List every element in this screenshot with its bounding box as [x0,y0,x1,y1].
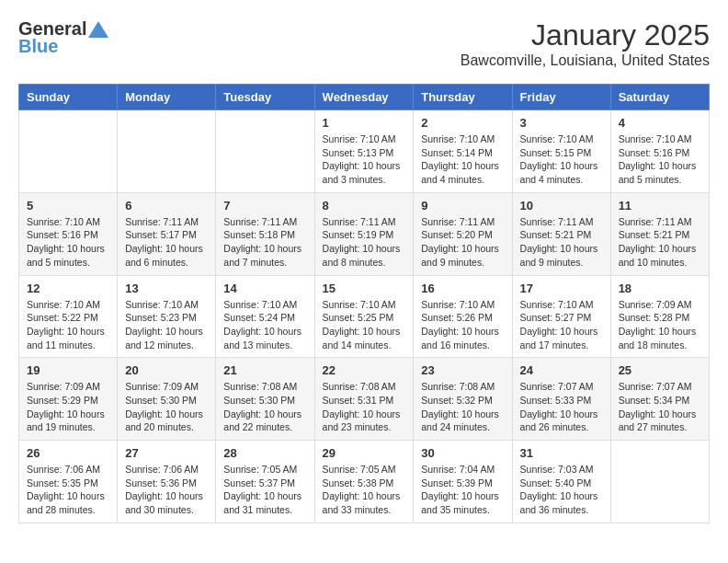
day-number: 28 [223,446,306,460]
day-info: Sunrise: 7:05 AM Sunset: 5:37 PM Dayligh… [223,463,306,517]
day-number: 4 [619,116,701,130]
calendar-week-row: 19Sunrise: 7:09 AM Sunset: 5:29 PM Dayli… [19,358,710,441]
calendar-day-cell: 23Sunrise: 7:08 AM Sunset: 5:32 PM Dayli… [414,358,512,441]
calendar-day-cell: 22Sunrise: 7:08 AM Sunset: 5:31 PM Dayli… [314,358,414,441]
calendar-day-cell: 16Sunrise: 7:10 AM Sunset: 5:26 PM Dayli… [414,275,512,358]
calendar-day-cell: 15Sunrise: 7:10 AM Sunset: 5:25 PM Dayli… [314,275,414,358]
day-info: Sunrise: 7:11 AM Sunset: 5:21 PM Dayligh… [520,215,603,270]
calendar-empty-cell [610,441,709,523]
calendar-day-cell: 24Sunrise: 7:07 AM Sunset: 5:33 PM Dayli… [512,358,610,441]
day-number: 29 [323,446,406,460]
day-info: Sunrise: 7:06 AM Sunset: 5:36 PM Dayligh… [125,463,208,517]
logo: General Blue [18,18,108,57]
day-info: Sunrise: 7:06 AM Sunset: 5:35 PM Dayligh… [27,463,109,517]
calendar-day-cell: 3Sunrise: 7:10 AM Sunset: 5:15 PM Daylig… [512,110,610,193]
day-number: 27 [125,446,208,460]
day-info: Sunrise: 7:10 AM Sunset: 5:14 PM Dayligh… [421,132,504,187]
day-number: 2 [421,116,504,130]
calendar-week-row: 5Sunrise: 7:10 AM Sunset: 5:16 PM Daylig… [19,192,710,275]
calendar-day-cell: 27Sunrise: 7:06 AM Sunset: 5:36 PM Dayli… [118,441,216,523]
day-number: 10 [520,199,603,213]
calendar-day-cell: 19Sunrise: 7:09 AM Sunset: 5:29 PM Dayli… [19,358,118,441]
weekday-header-tuesday: Tuesday [216,85,314,110]
day-number: 25 [619,363,701,377]
day-number: 20 [125,363,208,377]
day-number: 13 [125,282,208,295]
day-info: Sunrise: 7:08 AM Sunset: 5:32 PM Dayligh… [421,380,504,434]
calendar-empty-cell [19,110,118,193]
calendar-day-cell: 31Sunrise: 7:03 AM Sunset: 5:40 PM Dayli… [512,441,610,523]
weekday-header-saturday: Saturday [610,85,709,110]
day-info: Sunrise: 7:10 AM Sunset: 5:25 PM Dayligh… [323,298,406,352]
day-number: 8 [323,199,406,213]
calendar-day-cell: 13Sunrise: 7:10 AM Sunset: 5:23 PM Dayli… [118,275,216,358]
day-info: Sunrise: 7:11 AM Sunset: 5:18 PM Dayligh… [223,215,306,270]
day-number: 9 [421,199,504,213]
day-number: 22 [323,363,406,377]
day-info: Sunrise: 7:11 AM Sunset: 5:20 PM Dayligh… [421,215,504,270]
day-info: Sunrise: 7:10 AM Sunset: 5:15 PM Dayligh… [520,132,603,187]
weekday-header-monday: Monday [118,85,216,110]
day-info: Sunrise: 7:03 AM Sunset: 5:40 PM Dayligh… [520,463,603,517]
logo-bird-icon [88,21,108,38]
calendar-day-cell: 7Sunrise: 7:11 AM Sunset: 5:18 PM Daylig… [216,192,314,275]
day-info: Sunrise: 7:10 AM Sunset: 5:27 PM Dayligh… [520,298,603,352]
day-number: 12 [27,282,109,295]
day-number: 7 [223,199,306,213]
day-number: 6 [125,199,208,213]
day-number: 17 [520,282,603,295]
weekday-header-friday: Friday [512,85,610,110]
day-info: Sunrise: 7:10 AM Sunset: 5:13 PM Dayligh… [323,132,406,187]
day-info: Sunrise: 7:05 AM Sunset: 5:38 PM Dayligh… [323,463,406,517]
day-info: Sunrise: 7:11 AM Sunset: 5:21 PM Dayligh… [619,215,701,270]
calendar-day-cell: 5Sunrise: 7:10 AM Sunset: 5:16 PM Daylig… [19,192,118,275]
calendar-day-cell: 28Sunrise: 7:05 AM Sunset: 5:37 PM Dayli… [216,441,314,523]
calendar-empty-cell [118,110,216,193]
day-info: Sunrise: 7:11 AM Sunset: 5:19 PM Dayligh… [323,215,406,270]
calendar-day-cell: 6Sunrise: 7:11 AM Sunset: 5:17 PM Daylig… [118,192,216,275]
calendar-day-cell: 8Sunrise: 7:11 AM Sunset: 5:19 PM Daylig… [314,192,414,275]
weekday-header-wednesday: Wednesday [314,85,414,110]
day-number: 26 [27,446,109,460]
day-info: Sunrise: 7:09 AM Sunset: 5:28 PM Dayligh… [619,298,701,352]
title-block: January 2025 Bawcomville, Louisiana, Uni… [461,18,710,69]
day-info: Sunrise: 7:07 AM Sunset: 5:33 PM Dayligh… [520,380,603,434]
day-info: Sunrise: 7:10 AM Sunset: 5:24 PM Dayligh… [223,298,306,352]
day-info: Sunrise: 7:10 AM Sunset: 5:23 PM Dayligh… [125,298,208,352]
weekday-header-row: SundayMondayTuesdayWednesdayThursdayFrid… [19,85,710,110]
calendar-table: SundayMondayTuesdayWednesdayThursdayFrid… [18,84,710,523]
calendar-day-cell: 9Sunrise: 7:11 AM Sunset: 5:20 PM Daylig… [414,192,512,275]
day-number: 3 [520,116,603,130]
calendar-day-cell: 4Sunrise: 7:10 AM Sunset: 5:16 PM Daylig… [610,110,709,193]
day-info: Sunrise: 7:10 AM Sunset: 5:26 PM Dayligh… [421,298,504,352]
day-number: 23 [421,363,504,377]
calendar-day-cell: 10Sunrise: 7:11 AM Sunset: 5:21 PM Dayli… [512,192,610,275]
location-title: Bawcomville, Louisiana, United States [461,52,710,69]
day-number: 1 [323,116,406,130]
day-info: Sunrise: 7:10 AM Sunset: 5:16 PM Dayligh… [619,132,701,187]
day-info: Sunrise: 7:08 AM Sunset: 5:31 PM Dayligh… [323,380,406,434]
calendar-day-cell: 30Sunrise: 7:04 AM Sunset: 5:39 PM Dayli… [414,441,512,523]
day-number: 18 [619,282,701,295]
calendar-day-cell: 11Sunrise: 7:11 AM Sunset: 5:21 PM Dayli… [610,192,709,275]
svg-marker-0 [88,21,108,38]
page-header: General Blue January 2025 Bawcomville, L… [18,18,710,69]
day-number: 11 [619,199,701,213]
calendar-day-cell: 12Sunrise: 7:10 AM Sunset: 5:22 PM Dayli… [19,275,118,358]
day-number: 21 [223,363,306,377]
calendar-day-cell: 21Sunrise: 7:08 AM Sunset: 5:30 PM Dayli… [216,358,314,441]
day-info: Sunrise: 7:07 AM Sunset: 5:34 PM Dayligh… [619,380,701,434]
weekday-header-thursday: Thursday [414,85,512,110]
day-info: Sunrise: 7:10 AM Sunset: 5:22 PM Dayligh… [27,298,109,352]
day-info: Sunrise: 7:08 AM Sunset: 5:30 PM Dayligh… [223,380,306,434]
calendar-day-cell: 18Sunrise: 7:09 AM Sunset: 5:28 PM Dayli… [610,275,709,358]
calendar-day-cell: 1Sunrise: 7:10 AM Sunset: 5:13 PM Daylig… [314,110,414,193]
day-number: 14 [223,282,306,295]
calendar-day-cell: 17Sunrise: 7:10 AM Sunset: 5:27 PM Dayli… [512,275,610,358]
month-title: January 2025 [461,18,710,52]
calendar-day-cell: 14Sunrise: 7:10 AM Sunset: 5:24 PM Dayli… [216,275,314,358]
day-number: 15 [323,282,406,295]
weekday-header-sunday: Sunday [19,85,118,110]
day-info: Sunrise: 7:09 AM Sunset: 5:29 PM Dayligh… [27,380,109,434]
calendar-week-row: 26Sunrise: 7:06 AM Sunset: 5:35 PM Dayli… [19,441,710,523]
